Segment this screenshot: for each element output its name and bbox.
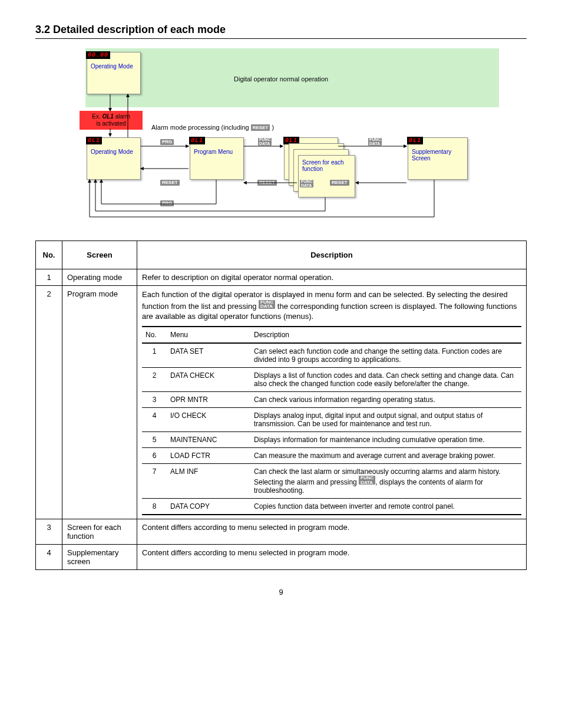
label-operating-top: Operating Mode: [91, 63, 133, 70]
m-name: OPR MNTR: [167, 392, 250, 408]
m-desc: Copies function data between inverter an…: [250, 498, 521, 515]
m-desc: Can check various information regarding …: [250, 392, 521, 408]
reset-key-inline: RESET: [251, 124, 270, 131]
box-operating-top: 60.00 Operating Mode: [87, 52, 141, 94]
menu-row: 5 MAINTENANC Displays information for ma…: [142, 432, 521, 448]
m-desc: Can measure the maximum and average curr…: [250, 448, 521, 464]
cell-no: 1: [36, 269, 62, 286]
cell-desc: Content differs according to menu select…: [137, 544, 527, 569]
cell-desc: Content differs according to menu select…: [137, 519, 527, 544]
m-name: DATA COPY: [167, 498, 250, 515]
m-desc: Displays a list of function codes and da…: [250, 368, 521, 392]
cell-no: 4: [36, 544, 62, 569]
key-prg-1: PRG: [160, 139, 174, 145]
caption-normal-op: Digital operator normal operation: [234, 75, 328, 83]
key-reset-3: RESET: [330, 180, 349, 186]
m-no: 4: [142, 408, 167, 432]
box-operating-alarm: 0L1 Operating Mode: [87, 137, 141, 180]
func-data-key-inline: FUNCDATA: [259, 300, 275, 309]
key-reset-1: RESET: [160, 180, 180, 186]
m-no: 8: [142, 498, 167, 515]
menu-row: 7 ALM INF Can check the last alarm or si…: [142, 464, 521, 499]
box-program-menu: 0L1 Program Menu: [190, 137, 244, 180]
m-name: ALM INF: [167, 464, 250, 499]
mth-name: Menu: [167, 327, 250, 343]
th-screen: Screen: [62, 241, 137, 269]
menu-row: 8 DATA COPY Copies function data between…: [142, 498, 521, 515]
m-no: 3: [142, 392, 167, 408]
table-row: 3 Screen for each function Content diffe…: [36, 519, 527, 544]
th-desc: Description: [137, 241, 527, 269]
page-number: 9: [35, 588, 527, 597]
cell-no: 3: [36, 519, 62, 544]
cell-desc: Refer to description on digital operator…: [137, 269, 527, 286]
lcd-supp: 0L1: [407, 137, 423, 144]
lcd-program: 0L1: [189, 137, 205, 144]
caption-alarm-proc: Alarm mode processing (including RESET ): [151, 124, 274, 131]
m-name: DATA CHECK: [167, 368, 250, 392]
menu-table: No. Menu Description 1 DATA SET Can sele…: [142, 326, 521, 515]
m-desc: Can select each function code and change…: [250, 343, 521, 368]
key-reset-2: RESET: [257, 180, 277, 186]
menu-row: 2 DATA CHECK Displays a list of function…: [142, 368, 521, 392]
menu-row: 3 OPR MNTR Can check various information…: [142, 392, 521, 408]
m-desc: Displays information for maintenance inc…: [250, 432, 521, 448]
m-name: DATA SET: [167, 343, 250, 368]
cell-screen: Program mode: [62, 286, 137, 519]
label-program: Program Menu: [194, 149, 233, 155]
label-supp: SupplementaryScreen: [412, 149, 451, 162]
key-func-2: FUNCDATA: [368, 138, 382, 146]
cell-no: 2: [36, 286, 62, 519]
cell-screen: Screen for each function: [62, 519, 137, 544]
m-no: 5: [142, 432, 167, 448]
m-no: 2: [142, 368, 167, 392]
alarm-note-text: Ex. OL1 alarmis activated: [92, 113, 130, 127]
table-row: 2 Program mode Each function of the digi…: [36, 286, 527, 519]
m-name: I/O CHECK: [167, 408, 250, 432]
mth-no: No.: [142, 327, 167, 343]
m-no: 1: [142, 343, 167, 368]
box-each-front: Screen for eachfunction: [298, 155, 355, 197]
cell-screen: Operating mode: [62, 269, 137, 286]
screens-table: No. Screen Description 1 Operating mode …: [35, 241, 527, 570]
th-no: No.: [36, 241, 62, 269]
key-func-1: FUNCDATA: [258, 138, 272, 146]
label-op-alarm: Operating Mode: [91, 149, 133, 155]
menu-row: 6 LOAD FCTR Can measure the maximum and …: [142, 448, 521, 464]
m-no: 6: [142, 448, 167, 464]
lcd-top: 60.00: [86, 51, 110, 59]
program-intro: Each function of the digital operator is…: [142, 289, 521, 321]
menu-row: 4 I/O CHECK Displays analog input, digit…: [142, 408, 521, 432]
func-data-key-inline-2: FUNCDATA: [359, 476, 375, 485]
key-func-3: FUNCDATA: [300, 180, 313, 187]
lcd-op-alarm: 0L1: [86, 137, 102, 144]
m-name: MAINTENANC: [167, 432, 250, 448]
cell-desc-program: Each function of the digital operator is…: [137, 286, 527, 519]
menu-row: 1 DATA SET Can select each function code…: [142, 343, 521, 368]
table-row: 1 Operating mode Refer to description on…: [36, 269, 527, 286]
caption-alarm-post: ): [272, 124, 274, 131]
key-prg-2: PRG: [160, 200, 174, 206]
m-name: LOAD FCTR: [167, 448, 250, 464]
box-supplementary: 0L1 SupplementaryScreen: [408, 137, 468, 180]
table-row: 4 Supplementary screen Content differs a…: [36, 544, 527, 569]
mth-desc: Description: [250, 327, 521, 343]
m-desc-alm: Can check the last alarm or simultaneous…: [250, 464, 521, 499]
cell-screen: Supplementary screen: [62, 544, 137, 569]
alarm-note: Ex. OL1 alarmis activated: [80, 111, 143, 130]
caption-alarm-pre: Alarm mode processing (including: [151, 124, 251, 131]
m-no: 7: [142, 464, 167, 499]
m-desc: Displays analog input, digital input and…: [250, 408, 521, 432]
label-each: Screen for eachfunction: [302, 159, 344, 172]
state-diagram: 60.00 Operating Mode Digital operator no…: [69, 46, 493, 223]
section-header: 3.2 Detailed description of each mode: [35, 24, 527, 39]
